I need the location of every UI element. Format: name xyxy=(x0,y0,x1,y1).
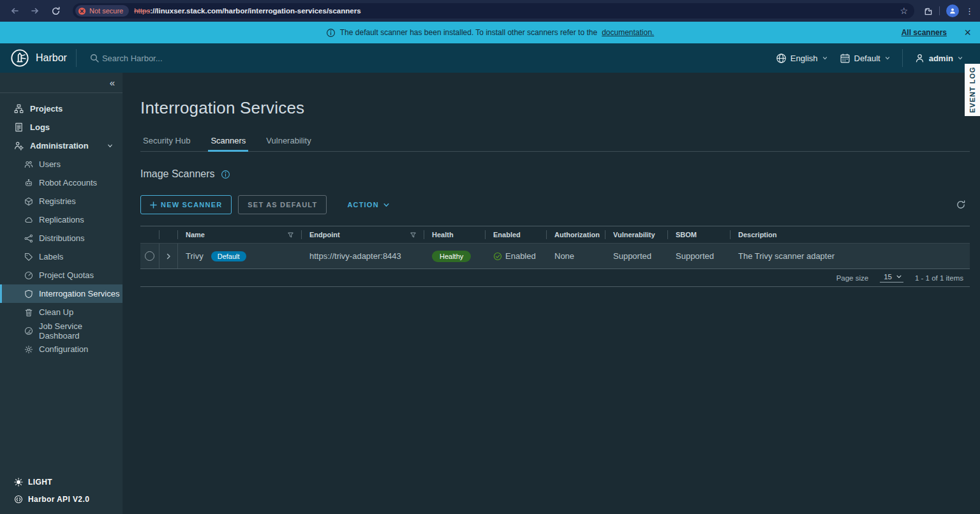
action-dropdown-button[interactable]: ACTION xyxy=(338,195,398,214)
collapse-chevrons-icon: « xyxy=(110,77,115,88)
action-label: ACTION xyxy=(347,201,378,209)
sidebar-collapse-button[interactable]: « xyxy=(0,73,122,93)
harbor-logo-icon xyxy=(10,48,29,68)
logs-list-icon xyxy=(14,122,24,132)
brand-title: Harbor xyxy=(36,52,67,64)
datetime-format-menu[interactable]: Default xyxy=(840,53,891,64)
search-icon xyxy=(89,53,100,63)
sidebar-item-administration[interactable]: Administration xyxy=(0,136,122,155)
row-radio-button[interactable] xyxy=(145,251,154,261)
scanner-endpoint: https://trivy-adapter:8443 xyxy=(309,251,401,261)
sidebar-item-label: Project Quotas xyxy=(39,270,94,280)
filter-funnel-icon[interactable] xyxy=(287,231,294,239)
sidebar-item-replications[interactable]: Replications xyxy=(0,210,122,229)
language-menu[interactable]: English xyxy=(776,53,828,64)
sidebar-item-project-quotas[interactable]: Project Quotas xyxy=(0,266,122,284)
authorization-value: None xyxy=(554,251,574,261)
harbor-brand[interactable]: Harbor xyxy=(0,48,76,68)
refresh-icon[interactable] xyxy=(956,200,970,210)
column-header-authorization[interactable]: Authorization xyxy=(547,226,605,243)
sidebar-item-job-service-dashboard[interactable]: Job Service Dashboard xyxy=(0,321,122,340)
info-icon xyxy=(326,28,336,38)
page-size-label: Page size xyxy=(836,274,869,282)
tab-security-hub[interactable]: Security Hub xyxy=(140,136,193,151)
column-header-endpoint[interactable]: Endpoint xyxy=(302,226,424,243)
sidebar-item-label: Registries xyxy=(39,196,76,206)
calendar-icon xyxy=(840,53,850,64)
harbor-header: Harbor English Default xyxy=(0,43,980,73)
sidebar-item-clean-up[interactable]: Clean Up xyxy=(0,303,122,321)
box-icon xyxy=(24,197,33,206)
column-header-description[interactable]: Description xyxy=(731,226,970,243)
header-expand-column xyxy=(160,226,178,243)
banner-close-icon[interactable]: × xyxy=(964,27,971,38)
sidebar-item-distributions[interactable]: Distributions xyxy=(0,229,122,247)
info-icon[interactable] xyxy=(221,170,230,179)
browser-reload-icon[interactable] xyxy=(47,3,64,19)
browser-actions: ⋮ xyxy=(923,4,974,17)
bookmark-star-icon[interactable]: ☆ xyxy=(900,6,908,16)
chevron-down-icon xyxy=(383,202,390,209)
sidebar-item-label: Interrogation Services xyxy=(39,289,119,298)
user-menu[interactable]: admin xyxy=(914,53,963,64)
extensions-puzzle-icon[interactable] xyxy=(923,6,933,16)
sidebar-item-robot-accounts[interactable]: Robot Accounts xyxy=(0,173,122,192)
sidebar-item-labels[interactable]: Labels xyxy=(0,247,122,266)
scanner-description: The Trivy scanner adapter xyxy=(738,251,835,261)
new-scanner-button[interactable]: NEW SCANNER xyxy=(140,195,232,214)
sidebar-item-registries[interactable]: Registries xyxy=(0,192,122,210)
column-header-health[interactable]: Health xyxy=(424,226,486,243)
column-header-enabled[interactable]: Enabled xyxy=(486,226,547,243)
documentation-link[interactable]: documentation. xyxy=(602,28,654,37)
harbor-api-link[interactable]: Harbor API V2.0 xyxy=(14,495,122,504)
search-input[interactable] xyxy=(102,54,293,63)
url-rest: ://linuxser.stack.com/harbor/interrogati… xyxy=(150,7,360,15)
set-as-default-button[interactable]: SET AS DEFAULT xyxy=(238,195,327,214)
api-icon xyxy=(14,495,23,504)
share-nodes-icon xyxy=(24,234,33,243)
default-badge: Default xyxy=(211,251,246,261)
sidebar-item-users[interactable]: Users xyxy=(0,155,122,173)
plus-icon xyxy=(150,202,157,209)
sidebar-item-label: Labels xyxy=(39,252,63,261)
sidebar: « Projects Logs Administration xyxy=(0,73,122,514)
header-divider xyxy=(76,49,77,67)
theme-toggle[interactable]: LIGHT xyxy=(14,478,122,487)
username-label: admin xyxy=(929,54,953,63)
address-bar[interactable]: Not secure https://linuxser.stack.com/ha… xyxy=(73,3,914,18)
tabs-bar: Security Hub Scanners Vulnerability xyxy=(140,136,970,152)
event-log-tab[interactable]: EVENT LOG xyxy=(965,64,980,116)
browser-profile-avatar[interactable] xyxy=(946,4,959,17)
table-row-trivy: Trivy Default https://trivy-adapter:8443… xyxy=(140,243,970,268)
sidebar-item-label: Robot Accounts xyxy=(39,178,97,187)
browser-menu-icon[interactable]: ⋮ xyxy=(965,6,974,16)
column-header-sbom[interactable]: SBOM xyxy=(668,226,731,243)
sidebar-item-label: Logs xyxy=(30,122,50,132)
url-text: https://linuxser.stack.com/harbor/interr… xyxy=(134,7,360,15)
shield-icon xyxy=(24,290,33,298)
sidebar-item-projects[interactable]: Projects xyxy=(0,99,122,118)
page-size-select[interactable]: 15 xyxy=(880,273,903,283)
sidebar-item-interrogation-services[interactable]: Interrogation Services xyxy=(0,284,122,303)
filter-funnel-icon[interactable] xyxy=(410,231,417,239)
column-header-name[interactable]: Name xyxy=(178,226,302,243)
column-header-vulnerability[interactable]: Vulnerability xyxy=(605,226,668,243)
robot-icon xyxy=(24,179,33,187)
tab-scanners[interactable]: Scanners xyxy=(208,136,248,151)
trash-icon xyxy=(24,308,33,317)
chevron-down-icon xyxy=(957,55,963,61)
all-scanners-link[interactable]: All scanners xyxy=(902,28,947,37)
not-secure-chip[interactable]: Not secure xyxy=(75,5,129,17)
sidebar-item-logs[interactable]: Logs xyxy=(0,118,122,136)
browser-forward-icon[interactable] xyxy=(27,3,43,19)
browser-back-icon[interactable] xyxy=(6,3,23,19)
chevron-down-icon xyxy=(896,274,902,280)
scanners-table: Name Endpoint Health Enabled Authorizati… xyxy=(140,226,970,287)
tab-vulnerability[interactable]: Vulnerability xyxy=(264,136,313,151)
globe-icon xyxy=(776,53,787,64)
sidebar-item-configuration[interactable]: Configuration xyxy=(0,340,122,358)
scanner-name: Trivy xyxy=(186,251,204,261)
theme-toggle-label: LIGHT xyxy=(28,478,52,487)
table-footer: Page size 15 1 - 1 of 1 items xyxy=(140,268,970,287)
row-expand-chevron-icon[interactable] xyxy=(165,253,172,260)
